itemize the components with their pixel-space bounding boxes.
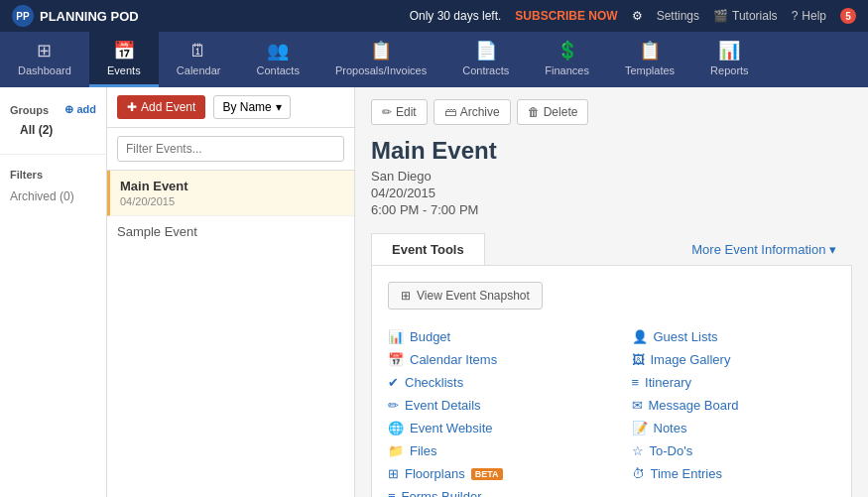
events-icon: 📅: [113, 40, 135, 62]
sidebar-divider: [0, 154, 106, 155]
sidebar: Groups ⊕ add All (2) Filters Archived (0…: [0, 87, 107, 497]
sidebar-groups-title: Groups ⊕ add: [10, 103, 96, 116]
logo: PP PLANNING POD: [12, 5, 139, 27]
trash-icon: 🗑: [528, 105, 540, 119]
notifications-link[interactable]: 5: [840, 8, 856, 24]
notification-badge: 5: [840, 8, 856, 24]
image-icon: 🖼: [632, 352, 645, 367]
snapshot-button[interactable]: ⊞ View Event Snapshot: [388, 282, 543, 310]
tutorials-link[interactable]: 🎬 Tutorials: [713, 9, 778, 23]
nav-dashboard[interactable]: ⊞ Dashboard: [0, 32, 89, 87]
sort-button[interactable]: By Name ▾: [213, 95, 290, 119]
search-input[interactable]: [117, 136, 344, 162]
event-detail: ✏ Edit 🗃 Archive 🗑 Delete Main Event San…: [355, 87, 868, 497]
sidebar-add-group[interactable]: ⊕ add: [64, 103, 96, 116]
archive-icon: 🗃: [444, 105, 456, 119]
trial-text: Only 30 days left.: [410, 9, 502, 23]
event-date: 04/20/2015: [120, 195, 344, 207]
tool-files[interactable]: 📁 Files: [388, 439, 592, 462]
tab-event-tools[interactable]: Event Tools: [371, 233, 485, 265]
event-toolbar: ✏ Edit 🗃 Archive 🗑 Delete: [371, 99, 852, 125]
edit-button[interactable]: ✏ Edit: [371, 99, 428, 125]
dashboard-icon: ⊞: [37, 40, 52, 62]
sidebar-item-all[interactable]: All (2): [10, 120, 96, 140]
events-toolbar: ✚ Add Event By Name ▾: [107, 87, 354, 128]
envelope-icon: ✉: [632, 398, 643, 413]
nav-proposals[interactable]: 📋 Proposals/Invoices: [317, 32, 444, 87]
tool-todos[interactable]: ☆ To-Do's: [632, 439, 836, 462]
banner-left: PP PLANNING POD: [12, 5, 139, 27]
proposals-icon: 📋: [370, 40, 392, 62]
tool-event-details[interactable]: ✏ Event Details: [388, 394, 592, 417]
tab-more-info[interactable]: More Event Information ▾: [676, 233, 852, 265]
tool-event-website[interactable]: 🌐 Event Website: [388, 417, 592, 439]
edit-icon: ✏: [382, 105, 392, 119]
nav-finances[interactable]: 💲 Finances: [527, 32, 607, 87]
contacts-icon: 👥: [267, 40, 289, 62]
beta-badge: BETA: [471, 468, 503, 480]
event-title: Main Event: [371, 137, 852, 165]
sidebar-filters-label: Filters: [0, 163, 106, 186]
events-list: Main Event 04/20/2015 Sample Event: [107, 171, 354, 497]
tools-content: ⊞ View Event Snapshot 📊 Budget 📅 Calenda…: [371, 266, 852, 497]
tool-time-entries[interactable]: ⏱ Time Entries: [632, 462, 836, 485]
logo-text: PLANNING POD: [40, 9, 139, 24]
nav-reports[interactable]: 📊 Reports: [692, 32, 767, 87]
event-item-sample[interactable]: Sample Event: [107, 216, 354, 247]
delete-button[interactable]: 🗑 Delete: [517, 99, 589, 125]
nav-events[interactable]: 📅 Events: [89, 32, 159, 87]
add-event-button[interactable]: ✚ Add Event: [117, 95, 205, 119]
plus-icon: ⊕: [64, 103, 73, 115]
main-nav: ⊞ Dashboard 📅 Events 🗓 Calendar 👥 Contac…: [0, 32, 868, 87]
plus-icon: ✚: [127, 100, 137, 114]
cal-icon: 📅: [388, 352, 404, 367]
question-icon: ?: [792, 9, 799, 23]
archive-button[interactable]: 🗃 Archive: [434, 99, 511, 125]
tools-tabs: Event Tools More Event Information ▾: [371, 233, 852, 266]
event-time: 6:00 PM - 7:00 PM: [371, 202, 852, 217]
tool-notes[interactable]: 📝 Notes: [632, 417, 836, 439]
folder-icon: 📁: [388, 443, 404, 458]
tool-floorplans[interactable]: ⊞ Floorplans BETA: [388, 462, 592, 485]
settings-link[interactable]: Settings: [657, 9, 699, 23]
event-name: Main Event: [120, 179, 344, 193]
tool-calendar-items[interactable]: 📅 Calendar Items: [388, 348, 592, 371]
star-icon: ☆: [632, 443, 644, 458]
tool-message-board[interactable]: ✉ Message Board: [632, 394, 836, 417]
events-panel: ✚ Add Event By Name ▾ Main Event 04/20/2…: [107, 87, 355, 497]
event-location: San Diego: [371, 169, 852, 184]
tool-col-right: 👤 Guest Lists 🖼 Image Gallery ≡ Itinerar…: [632, 325, 836, 497]
reports-icon: 📊: [718, 40, 740, 62]
notes-icon: 📝: [632, 421, 648, 435]
list-icon: ≡: [632, 375, 640, 390]
event-date-detail: 04/20/2015: [371, 186, 852, 200]
nav-calendar[interactable]: 🗓 Calendar: [159, 32, 239, 87]
forms-icon: ≡: [388, 489, 396, 497]
top-banner: PP PLANNING POD Only 30 days left. SUBSC…: [0, 0, 868, 32]
tool-image-gallery[interactable]: 🖼 Image Gallery: [632, 348, 836, 371]
tool-checklists[interactable]: ✔ Checklists: [388, 371, 592, 394]
pencil-icon: ✏: [388, 398, 399, 413]
contracts-icon: 📄: [475, 40, 497, 62]
finances-icon: 💲: [557, 40, 578, 62]
chart-icon: 📊: [388, 329, 404, 344]
person-icon: 👤: [632, 329, 648, 344]
tool-itinerary[interactable]: ≡ Itinerary: [632, 371, 836, 394]
subscribe-link[interactable]: SUBSCRIBE NOW: [515, 9, 617, 23]
tool-guest-lists[interactable]: 👤 Guest Lists: [632, 325, 836, 348]
tool-budget[interactable]: 📊 Budget: [388, 325, 592, 348]
banner-right: Only 30 days left. SUBSCRIBE NOW ⚙ Setti…: [410, 8, 856, 24]
video-icon: 🎬: [713, 9, 728, 23]
tool-col-left: 📊 Budget 📅 Calendar Items ✔ Checklists ✏…: [388, 325, 592, 497]
globe-icon: 🌐: [388, 421, 404, 435]
sidebar-archived[interactable]: Archived (0): [0, 186, 106, 206]
nav-templates[interactable]: 📋 Templates: [607, 32, 692, 87]
nav-contracts[interactable]: 📄 Contracts: [444, 32, 527, 87]
tools-grid: 📊 Budget 📅 Calendar Items ✔ Checklists ✏…: [388, 325, 835, 497]
tool-forms-builder[interactable]: ≡ Forms Builder: [388, 485, 592, 497]
nav-contacts[interactable]: 👥 Contacts: [238, 32, 316, 87]
help-link[interactable]: ? Help: [792, 9, 826, 23]
content-area: Groups ⊕ add All (2) Filters Archived (0…: [0, 87, 868, 497]
event-item-main[interactable]: Main Event 04/20/2015: [107, 171, 354, 216]
warning-icon: ⚙: [632, 9, 643, 23]
